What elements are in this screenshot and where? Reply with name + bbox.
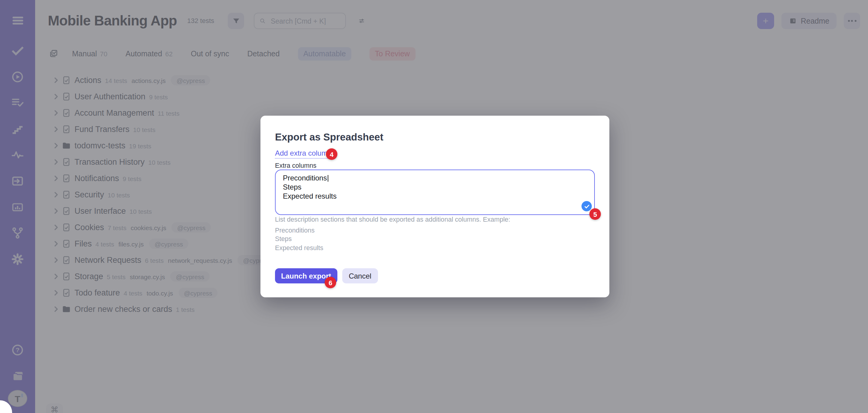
text-caret <box>328 175 328 182</box>
help-example: PreconditionsStepsExpected results <box>275 226 323 252</box>
textarea-line: Preconditions <box>283 174 587 183</box>
textarea-line: Steps <box>283 183 587 192</box>
help-example-line: Expected results <box>275 243 323 252</box>
help-example-line: Preconditions <box>275 226 323 235</box>
textarea-line: Expected results <box>283 192 587 201</box>
export-dialog: Export as Spreadsheet Add extra columns … <box>260 116 609 297</box>
valid-check-icon <box>582 201 592 211</box>
extra-columns-label: Extra columns <box>275 162 316 169</box>
textarea-help-text: List description sections that should be… <box>275 216 510 223</box>
cancel-button[interactable]: Cancel <box>342 268 378 283</box>
extra-columns-textarea[interactable]: PreconditionsStepsExpected results <box>275 169 595 215</box>
tour-step-badge-6: 6 <box>325 277 336 288</box>
tour-step-badge-5: 5 <box>589 208 601 220</box>
app: ? T Mobile Banking App 132 tests + Readm… <box>0 0 868 413</box>
dialog-title: Export as Spreadsheet <box>275 131 383 143</box>
help-example-line: Steps <box>275 235 323 244</box>
tour-step-badge-4: 4 <box>326 148 337 160</box>
